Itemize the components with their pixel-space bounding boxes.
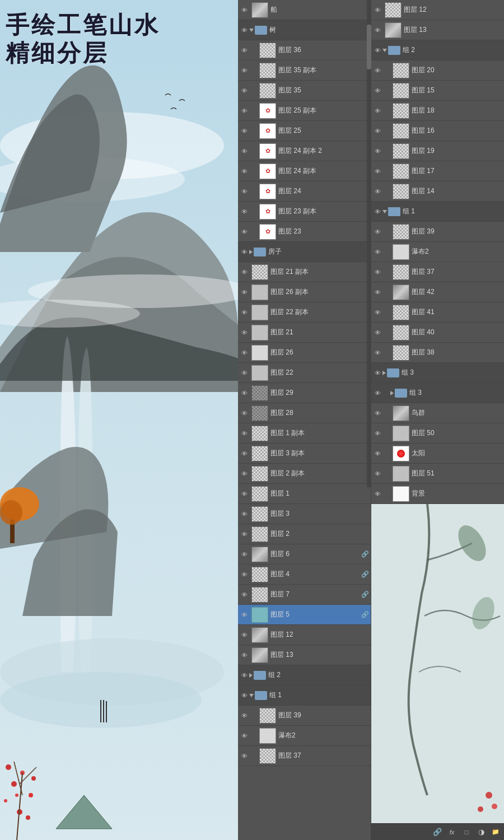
layer-row-r5[interactable]: 👁图层 15 [371, 81, 504, 101]
eye-icon-r11[interactable]: 👁 [372, 207, 382, 217]
eye-icon-r2[interactable]: 👁 [372, 25, 382, 35]
eye-icon-l20[interactable]: 👁 [239, 388, 249, 398]
layer-row-l23[interactable]: 👁图层 3 副本 [238, 444, 371, 464]
eye-icon-l24[interactable]: 👁 [239, 469, 249, 479]
eye-icon-l1[interactable]: 👁 [239, 5, 249, 15]
eye-icon-l25[interactable]: 👁 [239, 489, 249, 499]
layer-row-r9[interactable]: 👁图层 17 [371, 161, 504, 181]
eye-icon-l33[interactable]: 👁 [239, 650, 249, 660]
eye-icon-l30[interactable]: 👁 [239, 590, 249, 600]
eye-icon-l19[interactable]: 👁 [239, 368, 249, 378]
layer-row-r16[interactable]: 👁图层 41 [371, 302, 504, 323]
mask-icon[interactable]: □ [461, 827, 472, 837]
layer-row-l6[interactable]: 👁✿图层 25 副本 [238, 101, 371, 121]
eye-icon-r10[interactable]: 👁 [372, 186, 382, 197]
layer-row-l3[interactable]: 👁图层 36 [238, 40, 371, 60]
layer-row-r6[interactable]: 👁图层 18 [371, 101, 504, 121]
layer-row-l2[interactable]: 👁树 [238, 20, 371, 40]
layer-row-l14[interactable]: 👁图层 21 副本 [238, 262, 371, 282]
layer-row-r23[interactable]: 👁太阳 [371, 444, 504, 464]
layer-row-r3[interactable]: 👁组 2 [371, 40, 504, 60]
eye-icon-l32[interactable]: 👁 [239, 630, 249, 640]
layer-row-l7[interactable]: 👁✿图层 25 [238, 121, 371, 141]
layer-row-r1[interactable]: 👁图层 12 [371, 0, 504, 20]
eye-icon-r18[interactable]: 👁 [372, 348, 382, 358]
layer-row-l29[interactable]: 👁图层 4🔗 [238, 564, 371, 585]
layer-row-l15[interactable]: 👁图层 26 副本 [238, 282, 371, 302]
layer-row-l24[interactable]: 👁图层 2 副本 [238, 464, 371, 484]
layer-row-r8[interactable]: 👁图层 19 [371, 141, 504, 161]
eye-icon-l8[interactable]: 👁 [239, 146, 249, 156]
layer-row-l19[interactable]: 👁图层 22 [238, 363, 371, 383]
eye-icon-l18[interactable]: 👁 [239, 348, 249, 358]
layer-row-r24[interactable]: 👁图层 51 [371, 464, 504, 484]
eye-icon-l10[interactable]: 👁 [239, 186, 249, 197]
layer-row-l25[interactable]: 👁图层 1 [238, 484, 371, 504]
eye-icon-r6[interactable]: 👁 [372, 106, 382, 116]
eye-icon-l28[interactable]: 👁 [239, 549, 249, 559]
layer-row-r15[interactable]: 👁图层 42 [371, 282, 504, 302]
expand-icon-r11[interactable] [382, 210, 387, 213]
eye-icon-l29[interactable]: 👁 [239, 570, 249, 580]
layer-row-r22[interactable]: 👁图层 50 [371, 423, 504, 444]
eye-icon-r8[interactable]: 👁 [372, 146, 382, 156]
new-group-icon[interactable]: 📁 [491, 827, 501, 837]
eye-icon-l13[interactable]: 👁 [239, 247, 249, 257]
eye-icon-l12[interactable]: 👁 [239, 227, 249, 237]
expand-icon-l35[interactable] [249, 694, 254, 697]
layer-row-r12[interactable]: 👁图层 39 [371, 222, 504, 242]
layer-row-l11[interactable]: 👁✿图层 23 副本 [238, 202, 371, 222]
layer-row-l30[interactable]: 👁图层 7🔗 [238, 585, 371, 605]
eye-icon-l14[interactable]: 👁 [239, 267, 249, 277]
layer-row-l38[interactable]: 👁图层 37 [238, 746, 371, 766]
eye-icon-l2[interactable]: 👁 [239, 25, 249, 35]
eye-icon-l37[interactable]: 👁 [239, 731, 249, 741]
layer-row-r4[interactable]: 👁图层 20 [371, 60, 504, 81]
eye-icon-l21[interactable]: 👁 [239, 408, 249, 418]
eye-icon-r1[interactable]: 👁 [372, 5, 382, 15]
eye-icon-l31[interactable]: 👁 [239, 610, 249, 620]
layer-row-r10[interactable]: 👁图层 14 [371, 181, 504, 202]
expand-icon-r3[interactable] [382, 49, 387, 52]
layer-row-l9[interactable]: 👁✿图层 24 副本 [238, 161, 371, 181]
layer-row-l18[interactable]: 👁图层 26 [238, 343, 371, 363]
layer-row-r25[interactable]: 👁背景 [371, 484, 504, 504]
layer-row-l8[interactable]: 👁✿图层 24 副本 2 [238, 141, 371, 161]
layer-row-l26[interactable]: 👁图层 3 [238, 504, 371, 524]
layer-row-r20[interactable]: 👁组 3 [371, 383, 504, 403]
eye-icon-r5[interactable]: 👁 [372, 86, 382, 96]
eye-icon-r4[interactable]: 👁 [372, 66, 382, 76]
eye-icon-l5[interactable]: 👁 [239, 86, 249, 96]
eye-icon-r24[interactable]: 👁 [372, 469, 382, 479]
eye-icon-l27[interactable]: 👁 [239, 529, 249, 539]
layer-row-l22[interactable]: 👁图层 1 副本 [238, 423, 371, 444]
eye-icon-r3[interactable]: 👁 [372, 45, 382, 55]
layer-row-l20[interactable]: 👁图层 29 [238, 383, 371, 403]
eye-icon-l9[interactable]: 👁 [239, 166, 249, 176]
layer-row-r18[interactable]: 👁图层 38 [371, 343, 504, 363]
layer-row-r17[interactable]: 👁图层 40 [371, 323, 504, 343]
eye-icon-r20[interactable]: 👁 [372, 388, 382, 398]
eye-icon-l34[interactable]: 👁 [239, 670, 249, 680]
eye-icon-l36[interactable]: 👁 [239, 711, 249, 721]
layer-row-l5[interactable]: 👁图层 35 [238, 81, 371, 101]
layer-row-l1[interactable]: 👁船 [238, 0, 371, 20]
layer-row-l17[interactable]: 👁图层 21 [238, 323, 371, 343]
layer-row-l32[interactable]: 👁图层 12 [238, 625, 371, 645]
eye-icon-r22[interactable]: 👁 [372, 428, 382, 438]
eye-icon-r19[interactable]: 👁 [372, 368, 382, 378]
layer-row-r13[interactable]: 👁瀑布2 [371, 242, 504, 262]
layer-row-l35[interactable]: 👁组 1 [238, 685, 371, 706]
eye-icon-l38[interactable]: 👁 [239, 751, 249, 761]
layer-row-l10[interactable]: 👁✿图层 24 [238, 181, 371, 202]
expand-icon-r20[interactable] [390, 391, 394, 395]
eye-icon-l17[interactable]: 👁 [239, 328, 249, 338]
eye-icon-r25[interactable]: 👁 [372, 489, 382, 499]
layer-row-l21[interactable]: 👁图层 28 [238, 403, 371, 423]
eye-icon-l26[interactable]: 👁 [239, 509, 249, 519]
expand-icon-l34[interactable] [249, 673, 253, 678]
layer-row-r11[interactable]: 👁组 1 [371, 202, 504, 222]
eye-icon-r15[interactable]: 👁 [372, 287, 382, 297]
eye-icon-r7[interactable]: 👁 [372, 126, 382, 136]
eye-icon-l16[interactable]: 👁 [239, 307, 249, 318]
